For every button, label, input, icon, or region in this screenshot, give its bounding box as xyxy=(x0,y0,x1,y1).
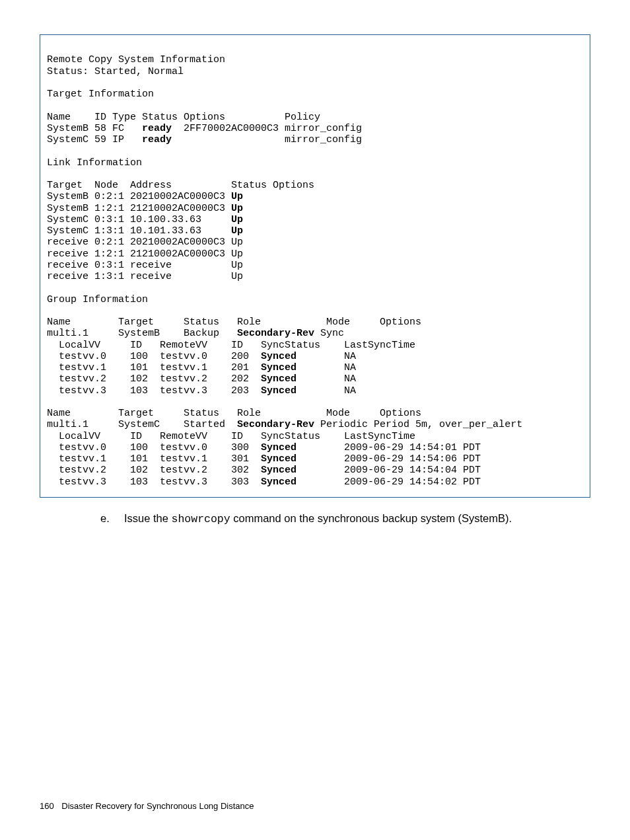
code-line: 2009-06-29 14:54:06 PDT xyxy=(297,453,481,465)
status-ready-bold: ready xyxy=(142,123,172,134)
sync-status-bold: Synced xyxy=(261,477,297,488)
code-line: 2009-06-29 14:54:01 PDT xyxy=(297,442,481,453)
code-line: SystemB 1:2:1 21210002AC0000C3 xyxy=(47,203,231,214)
code-line: Link Information xyxy=(47,157,142,169)
instruction-step-e: e.Issue the showrcopy command on the syn… xyxy=(100,511,590,527)
step-marker: e. xyxy=(100,511,124,526)
sync-status-bold: Synced xyxy=(261,385,297,397)
code-line: testvv.2 102 testvv.2 202 xyxy=(47,373,261,385)
code-line: receive 0:2:1 20210002AC0000C3 Up xyxy=(47,237,243,248)
code-line: testvv.0 100 testvv.0 300 xyxy=(47,442,261,453)
status-up-bold: Up xyxy=(231,214,243,225)
code-line: testvv.1 101 testvv.1 201 xyxy=(47,362,261,373)
code-line: NA xyxy=(297,351,356,362)
code-line: receive 1:2:1 21210002AC0000C3 Up xyxy=(47,248,243,260)
code-line: SystemB 58 FC xyxy=(47,123,142,134)
status-ready-bold: ready xyxy=(142,134,172,145)
sync-status-bold: Synced xyxy=(261,351,297,362)
chapter-title: Disaster Recovery for Synchronous Long D… xyxy=(61,801,254,811)
code-line: testvv.1 101 testvv.1 301 xyxy=(47,453,261,465)
instruction-text: Issue the xyxy=(124,512,172,524)
sync-status-bold: Synced xyxy=(261,362,297,373)
code-line: SystemC 59 IP xyxy=(47,134,142,145)
code-line: multi.1 SystemB Backup xyxy=(47,328,237,339)
code-line: testvv.2 102 testvv.2 302 xyxy=(47,465,261,476)
code-line: LocalVV ID RemoteVV ID SyncStatus LastSy… xyxy=(47,340,415,351)
code-line: Name Target Status Role Mode Options xyxy=(47,408,421,419)
code-line: SystemC 1:3:1 10.101.33.63 xyxy=(47,225,231,237)
code-line: SystemC 0:3:1 10.100.33.63 xyxy=(47,214,231,225)
code-line: SystemB 0:2:1 20210002AC0000C3 xyxy=(47,191,231,202)
sync-status-bold: Synced xyxy=(261,465,297,476)
role-secondary-rev-bold: Secondary-Rev xyxy=(237,419,314,430)
code-line: Periodic Period 5m, over_per_alert xyxy=(314,419,522,430)
code-line: Name Target Status Role Mode Options xyxy=(47,317,421,328)
role-secondary-rev-bold: Secondary-Rev xyxy=(237,328,314,339)
status-up-bold: Up xyxy=(231,203,243,214)
code-line: Name ID Type Status Options Policy xyxy=(47,112,320,123)
terminal-output-box: Remote Copy System Information Status: S… xyxy=(40,34,590,498)
code-line: testvv.3 103 testvv.3 203 xyxy=(47,385,261,397)
code-line: NA xyxy=(297,385,356,397)
code-line: 2FF70002AC0000C3 mirror_config xyxy=(172,123,362,134)
code-line: NA xyxy=(297,373,356,385)
page: Remote Copy System Information Status: S… xyxy=(0,0,630,840)
command-name: showrcopy xyxy=(172,513,230,525)
code-line: receive 0:3:1 receive Up xyxy=(47,260,243,271)
sync-status-bold: Synced xyxy=(261,373,297,385)
code-line: Target Node Address Status Options xyxy=(47,180,314,191)
page-number: 160 xyxy=(40,801,54,811)
code-line: 2009-06-29 14:54:04 PDT xyxy=(297,465,481,476)
status-up-bold: Up xyxy=(231,191,243,202)
code-line: LocalVV ID RemoteVV ID SyncStatus LastSy… xyxy=(47,431,415,442)
code-line: testvv.0 100 testvv.0 200 xyxy=(47,351,261,362)
code-line: NA xyxy=(297,362,356,373)
code-line: testvv.3 103 testvv.3 303 xyxy=(47,477,261,488)
code-line: Group Information xyxy=(47,294,148,305)
instruction-text: command on the synchronous backup system… xyxy=(230,512,512,524)
status-up-bold: Up xyxy=(231,225,243,237)
sync-status-bold: Synced xyxy=(261,453,297,465)
sync-status-bold: Synced xyxy=(261,442,297,453)
code-line: mirror_config xyxy=(172,134,362,145)
code-line: receive 1:3:1 receive Up xyxy=(47,271,243,282)
code-line: multi.1 SystemC Started xyxy=(47,419,237,430)
code-line: Target Information xyxy=(47,89,154,100)
code-line: Status: Started, Normal xyxy=(47,66,184,77)
page-footer: 160 Disaster Recovery for Synchronous Lo… xyxy=(40,801,254,811)
code-line: 2009-06-29 14:54:02 PDT xyxy=(297,477,481,488)
code-line: Sync xyxy=(314,328,344,339)
code-line: Remote Copy System Information xyxy=(47,54,225,65)
